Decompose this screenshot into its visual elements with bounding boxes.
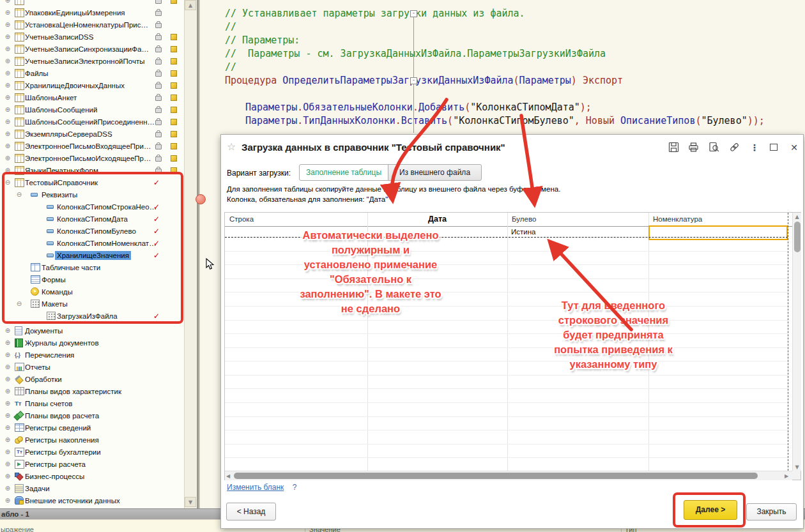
tree-item-label[interactable]: Документы <box>23 326 65 335</box>
code-line[interactable]: // Параметры: <box>225 34 300 47</box>
tree-item-регистры-сведений[interactable]: ⊕Регистры сведений <box>0 422 184 434</box>
tree-item-упаковкиединицыизмерения[interactable]: ⊕УпаковкиЕдиницыИзмерения <box>0 6 184 19</box>
tree-item-хранилищедвоичныхданных[interactable]: ⊕ХранилищеДвоичныхДанных <box>0 79 184 91</box>
tree-item-label[interactable]: Журналы документов <box>23 338 101 347</box>
code-line[interactable]: Параметры.ТипДанныхКолонки.Вставить("Кол… <box>245 115 765 127</box>
tree-item-учетныезаписисинхронизациифа-[interactable]: ⊕УчетныеЗаписиСинхронизацииФа… <box>0 43 184 55</box>
tree-item-шаблоныанкет[interactable]: ⊕ШаблоныАнкет <box>0 91 184 103</box>
expand-icon[interactable]: ⊕ <box>4 400 12 407</box>
code-line[interactable]: // <box>225 21 236 33</box>
expand-icon[interactable]: ⊕ <box>4 82 12 89</box>
maximize-icon[interactable] <box>767 142 780 153</box>
scroll-up-icon[interactable]: ▲ <box>185 0 196 10</box>
fold-collapse-icon[interactable]: - <box>410 10 417 17</box>
tree-item-label[interactable]: Внешние источники данных <box>23 496 122 505</box>
tree-item-label[interactable]: Регистры расчета <box>23 460 88 469</box>
table-vertical-scrollbar[interactable]: ▲▼ <box>792 213 801 471</box>
tree-item-label[interactable]: Перечисления <box>23 351 76 360</box>
tree-item-учетныезаписиdss[interactable]: ⊕УчетныеЗаписиDSS <box>0 31 184 43</box>
scroll-right-icon[interactable]: ▶ <box>785 473 788 479</box>
expand-icon[interactable]: ⊕ <box>4 485 12 492</box>
print-icon[interactable] <box>687 142 700 153</box>
expand-icon[interactable]: ⊕ <box>4 94 12 101</box>
tree-item-label[interactable]: Планы видов характеристик <box>23 387 123 396</box>
tree-item-планы-видов-характеристик[interactable]: ⊕Планы видов характеристик <box>0 385 184 397</box>
variant-fill-table-button[interactable]: Заполнение таблицы <box>299 164 388 181</box>
tree-item-label[interactable]: ШаблоныАнкет <box>23 93 79 102</box>
tree-item-label[interactable]: Регистры сведений <box>23 423 93 432</box>
expand-icon[interactable]: ⊕ <box>4 142 12 149</box>
expand-icon[interactable]: ⊕ <box>4 57 12 65</box>
horizontal-scroll-thumb[interactable] <box>234 473 758 479</box>
code-line[interactable]: // <box>225 61 236 73</box>
expand-icon[interactable]: ⊕ <box>4 460 12 467</box>
column-header-строка[interactable]: Строка <box>229 213 367 226</box>
tree-item-label[interactable]: УчетныеЗаписиЭлектроннойПочты <box>23 57 146 66</box>
tree-item-планы-видов-расчета[interactable]: ⊕Планы видов расчета <box>0 409 184 422</box>
tree-item-label[interactable]: Планы счетов <box>23 399 74 408</box>
tree-item-label[interactable]: Файлы <box>23 69 50 78</box>
tree-item-регистры-бухгалтерии[interactable]: ⊕ТтРегистры бухгалтерии <box>0 446 184 458</box>
tree-item-label[interactable]: Регистры накопления <box>23 436 101 445</box>
tree-item-шаблонысообщенийприсоединенн-[interactable]: ⊕ШаблоныСообщенийПрисоединенн… <box>0 116 184 128</box>
column-header-булево[interactable]: Булево <box>512 213 648 226</box>
expand-icon[interactable]: ⊕ <box>4 388 12 395</box>
tree-item-установкаценноменклатурыприс-[interactable]: ⊕УстановкаЦенНоменклатурыПрис… <box>0 19 184 31</box>
tree-item-учетныезаписиэлектроннойпочты[interactable]: ⊕УчетныеЗаписиЭлектроннойПочты <box>0 55 184 67</box>
tree-item-электронноеписьмоисходящеепр-[interactable]: ⊕ЭлектронноеПисьмоИсходящееПр… <box>0 152 184 164</box>
tree-item-отчеты[interactable]: ⊕Отчеты <box>0 361 184 373</box>
tree-item-label[interactable]: УчетныеЗаписиСинхронизацииФа… <box>23 45 151 54</box>
tree-item-label[interactable]: Задачи <box>23 484 52 493</box>
expand-icon[interactable]: ⊕ <box>4 70 12 77</box>
tree-item-label[interactable]: Регистры бухгалтерии <box>23 448 103 457</box>
tree-item-label[interactable]: ЭкземплярыСервераDSS <box>23 130 114 139</box>
code-line[interactable]: // Устанавливает параметры загрузки данн… <box>225 8 525 20</box>
vertical-scroll-thumb[interactable] <box>794 222 801 252</box>
expand-icon[interactable]: ⊕ <box>4 339 12 346</box>
change-form-link[interactable]: Изменить бланк <box>227 483 284 492</box>
expand-icon[interactable]: ⊕ <box>4 448 12 455</box>
expand-icon[interactable]: ⊕ <box>4 412 12 419</box>
tree-item-задачи[interactable]: ⊕Задачи <box>0 482 184 494</box>
tree-item-label[interactable]: ШаблоныСообщенийПрисоединенн… <box>23 118 157 126</box>
tree-item-регистры-расчета[interactable]: ⊕Регистры расчета <box>0 458 184 470</box>
fold-collapse-icon[interactable]: - <box>410 77 417 84</box>
expand-icon[interactable]: ⊕ <box>4 327 12 334</box>
tree-item-label[interactable]: ЭлектронноеПисьмоВходящееПри… <box>23 142 153 151</box>
expand-icon[interactable]: ⊕ <box>4 473 12 480</box>
column-header-номенклатура[interactable]: Номенклатура <box>653 213 788 226</box>
tree-item-документы[interactable]: ⊕Документы <box>0 324 184 337</box>
expand-icon[interactable]: ⊕ <box>4 106 12 113</box>
tree-item-экземплярысервераdss[interactable]: ⊕ЭкземплярыСервераDSS <box>0 128 184 140</box>
save-icon[interactable] <box>667 142 680 153</box>
tree-item-электронноеписьмовходящеепри-[interactable]: ⊕ЭлектронноеПисьмоВходящееПри… <box>0 140 184 152</box>
help-link[interactable]: ? <box>293 483 297 492</box>
expand-icon[interactable]: ⊕ <box>4 0 12 4</box>
expand-icon[interactable]: ⊕ <box>4 21 12 28</box>
variant-external-file-button[interactable]: Из внешнего файла <box>388 164 482 181</box>
tree-item-label[interactable]: ХранилищеДвоичныхДанных <box>23 81 126 90</box>
tree-item-бизнес-процессы[interactable]: ⊕Бизнес-процессы <box>0 470 184 482</box>
expand-icon[interactable]: ⊕ <box>4 363 12 370</box>
expand-icon[interactable]: ⊕ <box>4 130 12 137</box>
expand-icon[interactable]: ⊕ <box>4 45 12 52</box>
tree-item-label[interactable]: Планы видов расчета <box>23 411 101 420</box>
tree-item-label[interactable]: УчетныеЗаписиDSS <box>23 33 95 42</box>
column-header-дата[interactable]: Дата <box>367 213 507 226</box>
tree-item-label[interactable]: УпаковкиЕдиницыИзмерения <box>23 8 127 17</box>
tree-item[interactable]: ⊕ <box>0 0 184 6</box>
link-icon[interactable] <box>728 142 740 153</box>
scroll-down-icon[interactable]: ▼ <box>793 464 801 470</box>
tree-scrollbar[interactable]: ▲ ▼ <box>185 0 196 508</box>
tree-item-label[interactable]: ШаблоныСообщений <box>23 105 99 114</box>
expand-icon[interactable]: ⊕ <box>4 33 12 40</box>
expand-icon[interactable]: ⊕ <box>4 118 12 125</box>
scroll-left-icon[interactable]: ◀ <box>226 473 230 479</box>
tree-item-планы-счетов[interactable]: ⊕ТтПланы счетов <box>0 397 184 409</box>
expand-icon[interactable]: ⊕ <box>4 436 12 443</box>
expand-icon[interactable]: ⊕ <box>4 155 12 162</box>
close-button[interactable]: Закрыть <box>746 503 797 521</box>
preview-icon[interactable] <box>707 142 720 153</box>
tree-item-внешние-источники-данных[interactable]: ⊕Внешние источники данных <box>0 494 184 506</box>
tree-item-label[interactable]: ЭлектронноеПисьмоИсходящееПр… <box>23 154 153 163</box>
